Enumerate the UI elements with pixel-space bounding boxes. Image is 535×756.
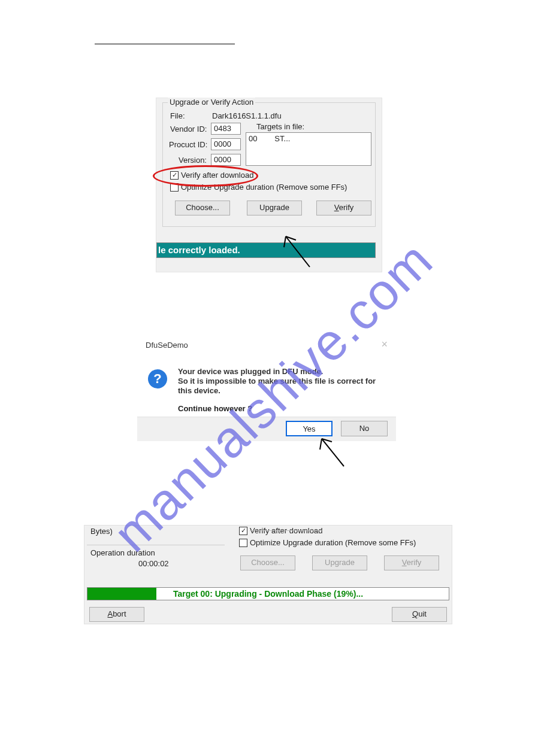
bytes-label: Bytes) [90, 527, 113, 536]
close-icon[interactable]: × [381, 338, 388, 351]
yes-button[interactable]: Yes [286, 421, 333, 436]
upgrade-button[interactable]: Upgrade [247, 201, 302, 215]
product-id-label: Procuct ID: [169, 140, 207, 149]
progress-bar: Target 00: Upgrading - Download Phase (1… [87, 587, 449, 600]
dialog-question: Continue however ? [178, 404, 252, 413]
header-rule [95, 44, 235, 44]
optimize-upgrade-checkbox[interactable] [170, 183, 179, 192]
dialog-line1: Your device was plugged in DFU mode. [178, 367, 323, 376]
upgrade-button-disabled: Upgrade [312, 555, 367, 570]
verify-after-download-checkbox[interactable]: ✓ [170, 171, 179, 180]
groupbox-title: Upgrade or Verify Action [168, 98, 255, 107]
dialog-line2: So it is impossible to make sure this fi… [178, 377, 376, 395]
verify-button-disabled: Verify [384, 555, 439, 570]
version-label: Version: [179, 156, 207, 165]
upgrade-verify-groupbox: Upgrade or Verify Action File: Dark1616S… [162, 102, 376, 227]
targets-listbox[interactable]: 00 ST... [246, 132, 371, 166]
choose-button[interactable]: Choose... [175, 201, 230, 215]
optimize-upgrade-checkbox-2[interactable] [239, 539, 247, 547]
product-id-input[interactable]: 0000 [211, 138, 241, 150]
verify-after-download-label: Verify after download [181, 171, 253, 180]
optimize-upgrade-label: Optimize Upgrade duration (Remove some F… [181, 183, 347, 192]
file-value: Dark1616S1.1.1.dfu [212, 111, 282, 120]
choose-button-disabled: Choose... [240, 555, 295, 570]
target-row[interactable]: 00 ST... [249, 134, 368, 143]
upgrade-verify-panel: Upgrade or Verify Action File: Dark1616S… [156, 98, 382, 272]
dialog-message: Your device was plugged in DFU mode. So … [178, 367, 390, 396]
quit-button[interactable]: Quit [392, 607, 447, 622]
vendor-id-label: Vendor ID: [170, 125, 207, 133]
targets-label: Targets in file: [256, 122, 304, 131]
operation-duration-label: Operation duration [90, 548, 155, 557]
verify-button[interactable]: Verify [316, 201, 371, 215]
status-bar: le correctly loaded. [156, 242, 376, 258]
progress-panel: Bytes) Operation duration 00:00:02 ✓ Ver… [84, 525, 452, 624]
dialog-footer: Yes No [137, 417, 396, 441]
verify-after-download-checkbox-2[interactable]: ✓ [239, 527, 247, 535]
vendor-id-input[interactable]: 0483 [211, 123, 241, 135]
question-icon: ? [148, 369, 167, 388]
abort-button[interactable]: Abort [89, 607, 144, 622]
verify-after-download-label-2: Verify after download [250, 526, 322, 535]
operation-duration-value: 00:00:02 [138, 559, 169, 568]
file-label: File: [170, 111, 185, 120]
optimize-upgrade-label-2: Optimize Upgrade duration (Remove some F… [250, 538, 416, 547]
dialog-title: DfuSeDemo [146, 341, 188, 350]
version-input[interactable]: 0000 [211, 154, 241, 166]
dfusedemo-dialog: DfuSeDemo × ? Your device was plugged in… [137, 329, 396, 441]
separator [87, 545, 225, 545]
progress-text: Target 00: Upgrading - Download Phase (1… [87, 588, 449, 600]
no-button[interactable]: No [341, 421, 388, 436]
